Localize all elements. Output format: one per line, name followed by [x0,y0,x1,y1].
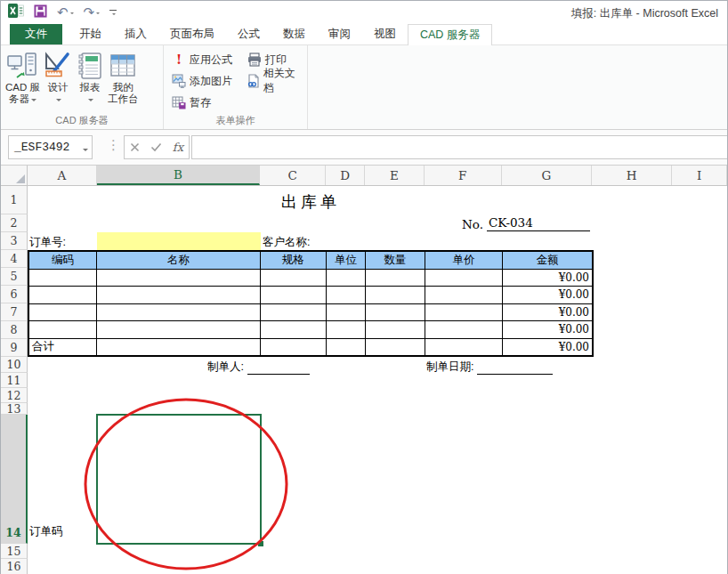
customize-qat-button[interactable] [109,10,117,15]
row-header-14[interactable]: 14 [1,415,28,544]
column-header-e[interactable]: E [365,166,425,185]
name-box[interactable]: _ESF3492 [8,135,93,159]
table-cell[interactable] [327,270,366,287]
table-cell[interactable] [425,270,503,287]
formula-input[interactable] [191,135,727,159]
tab-data[interactable]: 数据 [271,24,317,44]
table-cell[interactable] [261,270,327,287]
table-header-cell[interactable]: 单位 [327,252,366,269]
table-cell[interactable] [366,339,425,356]
column-header-a[interactable]: A [28,166,97,185]
row-header-2[interactable]: 2 [1,214,28,232]
table-cell[interactable] [261,287,327,303]
cad-server-menu-button[interactable]: CAD 服 务器 [4,49,42,106]
tab-formulas[interactable]: 公式 [226,24,271,44]
table-cell[interactable] [29,287,97,303]
table-cell[interactable] [97,321,261,338]
tab-view[interactable]: 视图 [362,24,408,44]
column-header-i[interactable]: I [672,166,727,185]
table-header-cell[interactable]: 规格 [261,252,327,269]
table-cell[interactable] [425,304,503,321]
design-button[interactable]: 设计 [42,49,74,106]
row-header-5[interactable]: 5 [1,268,28,286]
row-header-4[interactable]: 4 [1,250,28,268]
table-cell[interactable] [29,321,97,338]
table-cell[interactable] [366,287,425,303]
order-number-input-cell[interactable] [97,232,261,250]
table-cell[interactable] [425,321,503,338]
row-header-13[interactable]: 13 [1,403,28,415]
row-header-12[interactable]: 12 [1,388,28,403]
total-label-cell[interactable]: 合计 [29,339,97,356]
table-cell[interactable] [327,304,366,321]
table-cell[interactable] [29,270,97,287]
button-label: 添加图片 [190,74,232,89]
table-cell[interactable] [97,304,261,321]
row-header-15[interactable]: 15 [1,544,28,559]
undo-button[interactable]: ↶ [57,4,74,20]
tab-home[interactable]: 开始 [68,24,113,44]
order-code-label: 订单码 [29,524,63,539]
table-cell[interactable] [261,321,327,338]
table-cell[interactable] [425,339,503,356]
amount-cell[interactable]: ¥0.00 [503,304,592,321]
table-header-cell[interactable]: 金额 [503,252,592,269]
name-box-dropdown[interactable] [77,140,92,156]
amount-cell[interactable]: ¥0.00 [503,287,592,303]
table-cell[interactable] [327,321,366,338]
row-header-10[interactable]: 10 [1,357,28,373]
table-header-cell[interactable]: 数量 [366,252,425,269]
row-header-7[interactable]: 7 [1,303,28,321]
insert-function-button[interactable]: fx [173,141,183,154]
table-cell[interactable] [97,287,261,303]
redo-button[interactable]: ↷ [84,4,101,20]
tab-cad-server[interactable]: CAD 服务器 [408,24,492,45]
table-cell[interactable] [261,304,327,321]
table-cell[interactable] [366,270,425,287]
select-all-corner[interactable] [1,166,28,185]
table-cell[interactable] [425,287,503,303]
table-cell[interactable] [97,270,261,287]
table-header-cell[interactable]: 编码 [29,252,97,269]
column-header-g[interactable]: G [502,166,593,185]
column-header-h[interactable]: H [592,166,672,185]
table-cell[interactable] [29,304,97,321]
column-header-f[interactable]: F [425,166,502,185]
tab-page-layout[interactable]: 页面布局 [158,24,226,44]
amount-cell[interactable]: ¥0.00 [503,321,592,338]
report-button[interactable]: 报表 [74,49,106,106]
related-documents-button[interactable]: 相关文档 [243,65,307,97]
row-header-11[interactable]: 11 [1,373,28,388]
row-header-3[interactable]: 3 [1,232,28,250]
table-header-cell[interactable]: 名称 [97,252,261,269]
amount-cell[interactable]: ¥0.00 [503,270,592,287]
enter-button[interactable] [150,140,162,156]
column-header-b[interactable]: B [97,166,261,185]
table-header-cell[interactable]: 单价 [425,252,503,269]
row-header-8[interactable]: 8 [1,321,28,339]
order-number-label: 订单号: [29,235,66,250]
stash-button[interactable]: 暂存 [169,94,214,111]
row-header-1[interactable]: 1 [1,186,28,214]
add-picture-button[interactable]: 添加图片 [169,73,243,90]
amount-cell[interactable]: ¥0.00 [503,339,592,356]
table-cell[interactable] [327,287,366,303]
tab-review[interactable]: 审阅 [317,24,362,44]
tab-insert[interactable]: 插入 [113,24,158,44]
cancel-button[interactable] [130,140,140,156]
row-header-6[interactable]: 6 [1,286,28,303]
row-header-9[interactable]: 9 [1,339,28,357]
row-header-16[interactable]: 16 [1,559,28,574]
column-header-c[interactable]: C [260,166,326,185]
apply-formula-button[interactable]: ! 应用公式 [169,52,245,69]
table-cell[interactable] [97,339,261,356]
table-cell[interactable] [366,304,425,321]
table-cell[interactable] [366,321,425,338]
table-cell[interactable] [327,339,366,356]
table-cell[interactable] [261,339,327,356]
save-button[interactable] [34,4,47,20]
column-header-d[interactable]: D [326,166,365,185]
button-label: CAD 服 [5,82,40,93]
tab-file[interactable]: 文件 [10,24,62,44]
my-workbench-button[interactable]: 我的 工作台 [106,49,141,106]
